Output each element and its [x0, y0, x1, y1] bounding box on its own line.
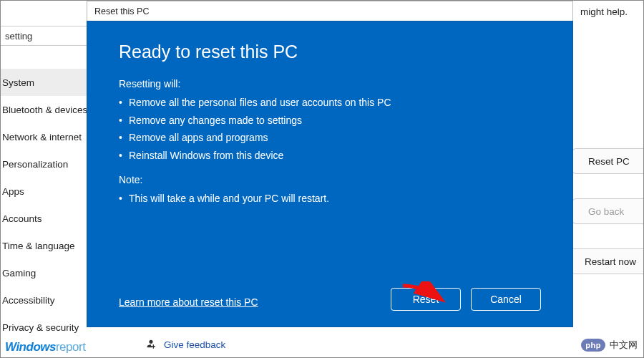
sidebar-item-apps[interactable]: Apps — [1, 178, 101, 205]
note-label: Note: — [119, 174, 541, 185]
note-bullet-list: This will take a while and your PC will … — [119, 190, 541, 208]
sidebar-item-accounts[interactable]: Accounts — [1, 205, 101, 232]
learn-more-link[interactable]: Learn more about reset this PC — [119, 296, 258, 308]
list-item: Reinstall Windows from this device — [119, 147, 541, 165]
feedback-label: Give feedback — [164, 339, 225, 350]
reset-button[interactable]: Reset — [391, 288, 461, 311]
search-input[interactable] — [1, 26, 97, 46]
settings-window: might help. SystemBluetooth & devicesNet… — [0, 0, 644, 358]
resetting-bullet-list: Remove all the personal files and user a… — [119, 94, 541, 164]
modal-titlebar: Reset this PC — [87, 1, 573, 21]
modal-button-row: Reset Cancel — [391, 288, 541, 311]
sidebar-item-personalization[interactable]: Personalization — [1, 150, 101, 178]
list-item: Remove any changes made to settings — [119, 112, 541, 130]
restart-now-button[interactable]: Restart now — [568, 248, 643, 274]
reset-pc-button[interactable]: Reset PC — [572, 148, 643, 174]
sidebar-item-system[interactable]: System — [1, 69, 101, 96]
watermark-windowsreport: Windowsreport — [5, 340, 85, 354]
list-item: Remove all apps and programs — [119, 129, 541, 147]
settings-sidebar: SystemBluetooth & devicesNetwork & inter… — [1, 69, 101, 341]
reset-pc-modal: Ready to reset this PC Resetting will: R… — [87, 21, 573, 327]
sidebar-item-gaming[interactable]: Gaming — [1, 259, 101, 286]
resetting-will-label: Resetting will: — [119, 78, 541, 90]
sidebar-item-accessibility[interactable]: Accessibility — [1, 286, 101, 314]
modal-titlebar-text: Reset this PC — [94, 6, 149, 16]
feedback-icon — [145, 338, 157, 352]
sidebar-item-time-language[interactable]: Time & language — [1, 232, 101, 259]
give-feedback-link[interactable]: Give feedback — [145, 338, 225, 352]
list-item: This will take a while and your PC will … — [119, 190, 541, 208]
watermark-php-cn: php 中文网 — [581, 339, 638, 352]
sidebar-item-network-internet[interactable]: Network & internet — [1, 123, 101, 150]
bg-hint-text: might help. — [580, 6, 628, 17]
go-back-button[interactable]: Go back — [572, 198, 643, 224]
sidebar-item-privacy-security[interactable]: Privacy & security — [1, 314, 101, 341]
cancel-button[interactable]: Cancel — [471, 288, 541, 311]
modal-heading: Ready to reset this PC — [119, 42, 541, 62]
sidebar-item-bluetooth-devices[interactable]: Bluetooth & devices — [1, 96, 101, 123]
list-item: Remove all the personal files and user a… — [119, 94, 541, 112]
